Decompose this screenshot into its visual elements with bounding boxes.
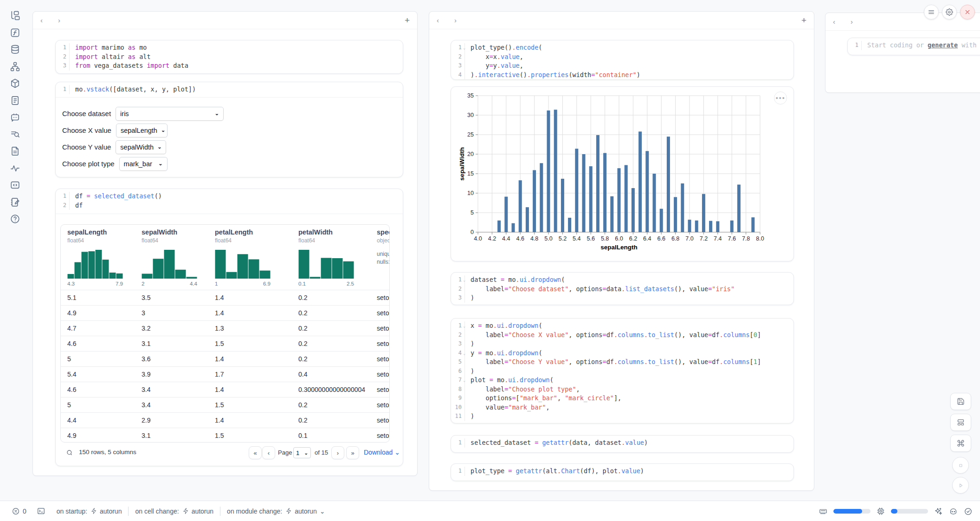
table-row[interactable]: 5.43.91.70.4setosa xyxy=(61,366,389,382)
line-number: 1 xyxy=(56,85,69,94)
code-editor[interactable]: 1mo.vstack([dataset, x, y, plot]) xyxy=(56,82,403,97)
table-row[interactable]: 5.13.51.40.2setosa xyxy=(61,290,389,305)
line-number: 2 xyxy=(451,285,464,294)
fold-chevron-icon[interactable]: ⌄ xyxy=(463,44,465,53)
status-config-value[interactable]: autorun xyxy=(295,508,316,515)
datasources-icon[interactable] xyxy=(10,44,20,55)
code-editor[interactable]: 1⌄23dataset = mo.ui.dropdown( label="Cho… xyxy=(451,273,793,306)
plot-encode-cell[interactable]: 1⌄234plot_type().encode( x=x.value, y=y.… xyxy=(451,40,794,80)
table-row[interactable]: 53.61.40.2setosa xyxy=(61,351,389,366)
fold-chevron-icon[interactable]: ⌄ xyxy=(463,349,465,358)
prev-cell-arrow-icon[interactable]: ‹ xyxy=(833,18,851,26)
next-cell-arrow-icon[interactable]: › xyxy=(454,16,472,24)
next-cell-arrow-icon[interactable]: › xyxy=(58,16,76,24)
first-page-button[interactable]: « xyxy=(249,446,262,459)
code-editor[interactable]: 123import marimo as moimport altair as a… xyxy=(56,40,403,73)
import-cell[interactable]: 123import marimo as moimport altair as a… xyxy=(55,40,403,74)
next-cell-arrow-icon[interactable]: › xyxy=(851,18,868,26)
table-search-icon[interactable] xyxy=(10,129,20,140)
code-editor[interactable]: 1⌄234⌄567⌄891011x = mo.ui.dropdown( labe… xyxy=(451,319,793,424)
svg-text:20: 20 xyxy=(467,151,474,157)
chevron-down-icon: ⌄ xyxy=(304,450,308,456)
code-editor[interactable]: 1plot_type = getattr(alt.Chart(df), plot… xyxy=(451,464,793,479)
dropdown-select[interactable]: mark_bar⌄ xyxy=(119,157,168,171)
documentation-icon[interactable] xyxy=(10,146,20,156)
code-lines: Start coding or generate with AI xyxy=(862,41,980,50)
plot-type-cell[interactable]: 1plot_type = getattr(alt.Chart(df), plot… xyxy=(451,463,794,481)
dropdown-select[interactable]: iris⌄ xyxy=(116,107,224,121)
code-lines: x = mo.ui.dropdown( label="Choose X valu… xyxy=(465,321,793,421)
hist-max-label: 2.5 xyxy=(298,281,354,287)
svg-text:7.2: 7.2 xyxy=(700,235,708,242)
tracing-icon[interactable] xyxy=(10,163,20,174)
code-line: df xyxy=(75,201,403,210)
code-editor[interactable]: 1⌄234plot_type().encode( x=x.value, y=y.… xyxy=(451,40,793,82)
fold-chevron-icon[interactable]: ⌄ xyxy=(463,376,465,385)
table-row[interactable]: 4.931.40.2setosa xyxy=(61,305,389,320)
status-config-value[interactable]: autorun xyxy=(100,508,122,515)
page-value: 1 xyxy=(296,449,299,456)
dependency-graph-icon[interactable] xyxy=(10,61,20,72)
functions-icon[interactable] xyxy=(10,27,20,38)
svg-text:6.4: 6.4 xyxy=(643,235,651,242)
svg-text:7.8: 7.8 xyxy=(742,235,750,242)
menu-button[interactable] xyxy=(924,5,939,20)
chart-output-cell[interactable]: ●●●4.04.24.44.64.85.05.25.45.65.86.06.26… xyxy=(451,86,794,261)
table-row[interactable]: 4.63.41.40.30000000000000004setosa xyxy=(61,382,389,397)
scratchpad-icon[interactable] xyxy=(10,197,20,208)
table-row[interactable]: 4.73.21.30.2setosa xyxy=(61,320,389,336)
file-explorer-icon[interactable] xyxy=(10,10,20,21)
layout-button[interactable] xyxy=(950,414,971,431)
last-page-button[interactable]: » xyxy=(346,446,359,459)
svg-text:8.0: 8.0 xyxy=(756,235,764,242)
line-number: 1 xyxy=(848,41,861,50)
dropdown-select[interactable]: sepalLength⌄ xyxy=(116,124,168,137)
dropdown-value: iris xyxy=(120,110,129,117)
help-icon[interactable] xyxy=(10,214,20,224)
page-select[interactable]: 1⌄ xyxy=(293,447,311,458)
fold-chevron-icon[interactable]: ⌄ xyxy=(463,322,465,331)
save-button[interactable] xyxy=(950,393,971,410)
notebook-column-3: ‹›1Start coding or generate with AI xyxy=(825,13,980,93)
memory-usage-bar xyxy=(833,509,870,514)
chat-icon[interactable] xyxy=(10,112,20,123)
next-page-button[interactable]: › xyxy=(331,446,344,459)
status-config-value[interactable]: autorun xyxy=(192,508,213,515)
dropdown-row: Choose plot typemark_bar⌄ xyxy=(62,157,403,171)
logs-icon[interactable] xyxy=(10,95,20,106)
dataset-dropdown-cell[interactable]: 1⌄23dataset = mo.ui.dropdown( label="Cho… xyxy=(451,272,794,305)
prev-cell-arrow-icon[interactable]: ‹ xyxy=(40,16,58,24)
add-cell-button[interactable]: + xyxy=(405,15,410,26)
add-cell-button[interactable]: + xyxy=(801,15,806,26)
table-cell: 3.5 xyxy=(142,290,150,306)
generate-link[interactable]: generate xyxy=(928,41,958,49)
table-row[interactable]: 4.63.11.50.2setosa xyxy=(61,336,389,351)
code-editor[interactable]: 1Start coding or generate with AI xyxy=(848,38,980,53)
close-button[interactable] xyxy=(960,5,975,20)
code-lines: selected_dataset = getattr(data, dataset… xyxy=(465,438,793,448)
fold-chevron-icon[interactable]: ⌄ xyxy=(463,276,465,285)
selected-dataset-cell[interactable]: 1selected_dataset = getattr(data, datase… xyxy=(451,435,794,453)
dataframe-cell[interactable]: 12df = selected_dataset()dfsepalLengthfl… xyxy=(55,189,403,466)
packages-icon[interactable] xyxy=(10,78,20,89)
altair-bar-chart[interactable]: 4.04.24.44.64.85.05.25.45.65.86.06.26.46… xyxy=(451,87,794,254)
snippets-icon[interactable] xyxy=(10,180,20,190)
dropdown-select[interactable]: sepalWidth⌄ xyxy=(116,140,166,154)
svg-text:4.0: 4.0 xyxy=(474,235,482,242)
vstack-cell[interactable]: 1mo.vstack([dataset, x, y, plot])Choose … xyxy=(55,82,403,177)
prev-page-button[interactable]: ‹ xyxy=(262,446,275,459)
settings-button[interactable] xyxy=(942,5,957,20)
xy-plot-dropdown-cell[interactable]: 1⌄234⌄567⌄891011x = mo.ui.dropdown( labe… xyxy=(451,318,794,423)
command-palette-button[interactable] xyxy=(950,435,971,452)
table-cell: 0.30000000000000004 xyxy=(298,382,365,397)
table-row[interactable]: 53.41.50.2setosa xyxy=(61,397,389,412)
table-row[interactable]: 4.42.91.40.2setosa xyxy=(61,412,389,428)
empty-code-cell[interactable]: 1Start coding or generate with AI xyxy=(847,38,980,55)
table-row[interactable]: 4.93.11.50.1setosa xyxy=(61,428,389,443)
code-editor[interactable]: 12df = selected_dataset()df xyxy=(56,189,403,213)
prev-cell-arrow-icon[interactable]: ‹ xyxy=(437,16,454,24)
download-link[interactable]: Download ⌄ xyxy=(364,449,400,456)
stop-button[interactable] xyxy=(952,457,969,474)
code-editor[interactable]: 1selected_dataset = getattr(data, datase… xyxy=(451,436,793,450)
run-all-button[interactable] xyxy=(952,477,969,494)
